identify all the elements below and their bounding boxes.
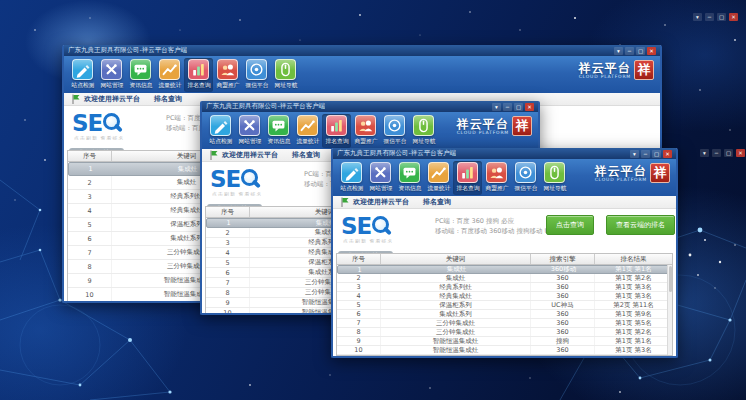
toolbar-item-资讯信息[interactable]: 资讯信息 [395, 161, 424, 195]
cell-keyword: 智能恒温集成灶 [381, 346, 531, 354]
column-header[interactable]: 序号 [337, 254, 381, 264]
window-title: 广东九典王厨具有限公司-祥云平台客户端 [68, 46, 187, 55]
toolbar-item-label: 网址导航 [412, 137, 435, 146]
toolbar-item-流量统计[interactable]: 流量统计 [293, 114, 322, 148]
toolbar-item-label: 站点检测 [340, 184, 363, 193]
toolbar-item-商盟推广[interactable]: 商盟推广 [482, 161, 511, 195]
cell-engine: 360 [531, 328, 595, 336]
toolbar-item-排名查询[interactable]: 排名查询 [453, 161, 482, 195]
cell-engine: 360 [531, 283, 595, 291]
table-row[interactable]: 2集成灶360第1页 第2名 [337, 274, 672, 283]
column-header[interactable]: 排名结果 [595, 254, 672, 264]
table-scrollbar[interactable] [667, 265, 672, 355]
welcome-section: 排名查询 [292, 150, 320, 160]
cell-no: 8 [68, 260, 112, 273]
close-button[interactable]: ✕ [647, 47, 656, 55]
table-row[interactable]: 10智能恒温集成灶360第1页 第3名 [337, 346, 672, 355]
toolbar-item-资讯信息[interactable]: 资讯信息 [126, 58, 155, 92]
maximize-button[interactable]: ▢ [652, 150, 661, 158]
floating-window-controls-top[interactable]: ▾ ─ ▢ ✕ [693, 13, 738, 21]
cell-no: 8 [337, 328, 381, 336]
cell-engine: 搜狗 [531, 337, 595, 345]
toolbar-item-微信平台[interactable]: 微信平台 [380, 114, 409, 148]
column-header[interactable]: 关键词 [381, 254, 531, 264]
traffic-stats-icon [428, 162, 449, 183]
toolbar-item-排名查询[interactable]: 排名查询 [184, 58, 213, 92]
cell-keyword: 集成灶系列 [381, 310, 531, 318]
cell-no: 7 [206, 278, 250, 287]
magnifier-icon [372, 216, 389, 233]
skin-button[interactable]: ▾ [614, 47, 623, 55]
view-cloud-rank-button[interactable]: 查看云端的排名 [606, 215, 675, 235]
toolbar-item-网址导航[interactable]: 网址导航 [540, 161, 569, 195]
table-row[interactable]: 1集成灶360移动第1页 第1名 [337, 265, 672, 274]
table-row[interactable]: 5保温柜系列UC神马第2页 第11名 [337, 301, 672, 310]
cell-no: 1 [207, 219, 251, 227]
welcome-text: 欢迎使用祥云平台 [353, 197, 409, 207]
cell-no: 4 [68, 204, 112, 217]
cell-keyword: 集成灶 [381, 274, 531, 282]
toolbar-item-微信平台[interactable]: 微信平台 [242, 58, 271, 92]
toolbar-item-label: 排名查询 [187, 81, 210, 90]
toolbar-item-站点检测[interactable]: 站点检测 [337, 161, 366, 195]
table-row[interactable]: 6集成灶系列360第1页 第9名 [337, 310, 672, 319]
minimize-button[interactable]: ─ [712, 149, 721, 157]
toolbar-item-商盟推广[interactable]: 商盟推广 [351, 114, 380, 148]
close-button[interactable]: ✕ [736, 149, 745, 157]
toolbar-item-网址导航[interactable]: 网址导航 [271, 58, 300, 92]
cell-no: 6 [68, 232, 112, 245]
toolbar-item-商盟推广[interactable]: 商盟推广 [213, 58, 242, 92]
toolbar-item-微信平台[interactable]: 微信平台 [511, 161, 540, 195]
minimize-button[interactable]: ─ [641, 150, 650, 158]
window-titlebar[interactable]: 广东九典王厨具有限公司-祥云平台客户端 ▾ ─ ▢ ✕ [202, 101, 538, 112]
table-row[interactable]: 4经典集成灶360第1页 第3名 [337, 292, 672, 301]
toolbar-item-网站管理[interactable]: 网站管理 [366, 161, 395, 195]
brand-subtitle: CLOUD PLATFORM [579, 74, 631, 79]
close-button[interactable]: ✕ [663, 150, 672, 158]
skin-button[interactable]: ▾ [630, 150, 639, 158]
minimize-button[interactable]: ─ [503, 103, 512, 111]
column-header[interactable]: 序号 [206, 207, 250, 217]
magnifier-icon [241, 169, 258, 186]
window-titlebar[interactable]: 广东九典王厨具有限公司-祥云平台客户端 ▾ ─ ▢ ✕ [64, 45, 660, 56]
query-button[interactable]: 点击查询 [546, 215, 594, 235]
brand-subtitle: CLOUD PLATFORM [595, 177, 647, 182]
toolbar-item-排名查询[interactable]: 排名查询 [322, 114, 351, 148]
toolbar-item-流量统计[interactable]: 流量统计 [155, 58, 184, 92]
maximize-button[interactable]: ▢ [514, 103, 523, 111]
action-buttons: 点击查询 查看云端的排名 [546, 215, 675, 235]
toolbar-item-网站管理[interactable]: 网站管理 [97, 58, 126, 92]
skin-button[interactable]: ▾ [693, 13, 702, 21]
maximize-button[interactable]: ▢ [724, 149, 733, 157]
skin-button[interactable]: ▾ [492, 103, 501, 111]
table-row[interactable]: 9智能恒温集成灶搜狗第1页 第1名 [337, 337, 672, 346]
column-header[interactable]: 搜索引擎 [531, 254, 595, 264]
close-button[interactable]: ✕ [525, 103, 534, 111]
minimize-button[interactable]: ─ [625, 47, 634, 55]
maximize-button[interactable]: ▢ [717, 13, 726, 21]
toolbar-item-流量统计[interactable]: 流量统计 [424, 161, 453, 195]
close-button[interactable]: ✕ [729, 13, 738, 21]
scrollbar-thumb[interactable] [669, 266, 673, 292]
floating-window-controls-front[interactable]: ▾ ─ ▢ ✕ [700, 149, 745, 157]
table-row[interactable]: 8三分钟集成灶360第1页 第2名 [337, 328, 672, 337]
toolbar-items: 站点检测网站管理资讯信息流量统计排名查询商盟推广微信平台网址导航 [68, 58, 300, 92]
cell-keyword: 保温柜系列 [381, 301, 531, 309]
toolbar-item-资讯信息[interactable]: 资讯信息 [264, 114, 293, 148]
toolbar-item-网址导航[interactable]: 网址导航 [409, 114, 438, 148]
window-titlebar[interactable]: 广东九典王厨具有限公司-祥云平台客户端 ▾ ─ ▢ ✕ [333, 148, 676, 159]
toolbar-item-站点检测[interactable]: 站点检测 [68, 58, 97, 92]
site-check-icon [72, 59, 93, 80]
toolbar-item-站点检测[interactable]: 站点检测 [206, 114, 235, 148]
minimize-button[interactable]: ─ [705, 13, 714, 21]
maximize-button[interactable]: ▢ [636, 47, 645, 55]
skin-button[interactable]: ▾ [700, 149, 709, 157]
toolbar-item-网站管理[interactable]: 网站管理 [235, 114, 264, 148]
table-row[interactable]: 3经典系列灶360第1页 第3名 [337, 283, 672, 292]
brand-logo: 祥云平台 CLOUD PLATFORM 祥 [579, 58, 656, 80]
brand-seal: 祥 [512, 116, 532, 136]
table-row[interactable]: 7三分钟集成灶360第1页 第5名 [337, 319, 672, 328]
seo-wordmark: SE [210, 168, 240, 190]
column-header[interactable]: 序号 [68, 151, 112, 161]
cell-keyword: 集成灶 [382, 266, 532, 273]
